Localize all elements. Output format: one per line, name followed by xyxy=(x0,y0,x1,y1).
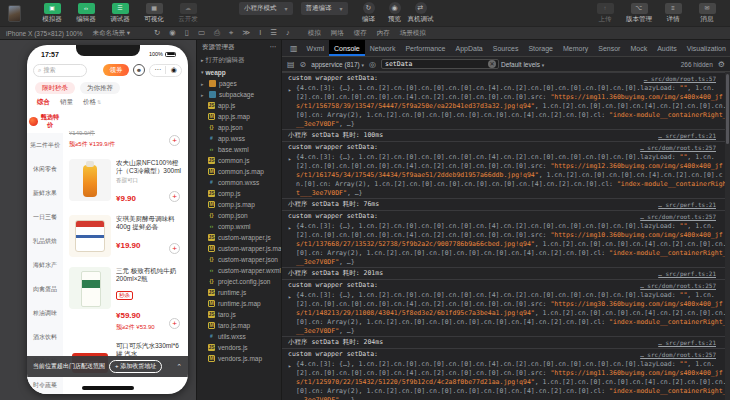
expand-caret-icon[interactable]: ▸ xyxy=(288,154,292,163)
file-tree-item[interactable]: Mvendors.js.map xyxy=(197,353,281,364)
coupon-button[interactable]: 领券 xyxy=(103,64,129,76)
mode-select[interactable]: 小程序模式 ▾ xyxy=(239,2,293,15)
tab-network[interactable]: Network xyxy=(365,40,401,56)
expand-caret-icon[interactable]: ▸ xyxy=(288,361,292,370)
sort-option[interactable]: 综合 xyxy=(37,98,50,107)
tab-memory[interactable]: Memory xyxy=(558,40,593,56)
inspect-device-icon[interactable]: ▥ xyxy=(286,44,302,53)
log-object-preview[interactable]: ▸{4.cn.[3]: {…}, 1.cn.[2].cn.[0].cn.[0].… xyxy=(282,153,730,198)
add-to-cart-button[interactable]: + xyxy=(169,243,180,254)
search-input[interactable]: ⌕ 搜索 xyxy=(33,64,87,77)
console-log-entry[interactable]: custom wrapper setData:… src/dom/root.ts… xyxy=(282,141,730,210)
refresh-icon[interactable]: ↻ xyxy=(154,29,160,37)
log-object-preview[interactable]: ▸{4.cn.[3]: {…}, 1.cn.[2].cn.[0].cn.[0].… xyxy=(282,360,730,400)
console-settings-icon[interactable]: ⚙ xyxy=(718,60,725,69)
hidden-messages-count[interactable]: 266 hidden xyxy=(681,61,713,68)
js-context-select[interactable]: appservice (817) ▾ xyxy=(311,61,364,68)
toggle-cloud[interactable]: ☁云开发 xyxy=(173,3,203,24)
sort-option[interactable]: 价格⇅ xyxy=(83,98,101,107)
file-tree-item[interactable]: JSruntime.js xyxy=(197,287,281,298)
file-tree-item[interactable]: #common.wxss xyxy=(197,177,281,188)
console-log-entry[interactable]: custom wrapper setData:… src/dom/root.ts… xyxy=(282,210,730,279)
expand-caret-icon[interactable]: ▸ xyxy=(288,85,292,94)
file-tree-item[interactable]: ▸subpackage xyxy=(197,89,281,100)
tab-visualization[interactable]: Visualization xyxy=(682,40,730,56)
product-card[interactable]: 农夫山泉NFC100%橙汁（C3冷藏型）300ml香甜可口¥9.90+ xyxy=(69,154,182,210)
console-filter-input[interactable] xyxy=(381,59,499,69)
product-card[interactable]: 三元 极致有机纯牛奶 200ml×2瓶秒杀¥59.90预≥2件 ¥53.90+ xyxy=(69,262,182,337)
sort-option[interactable]: 销量 xyxy=(60,98,73,107)
file-tree-item[interactable]: Mcomp.js.map xyxy=(197,199,281,210)
log-source-link[interactable]: … src/dom/root.ts:257 xyxy=(640,143,716,152)
file-tree-item[interactable]: JSvendors.js xyxy=(197,342,281,353)
log-source-link[interactable]: … src/dom/root.ts:57 xyxy=(644,74,716,83)
promo-pill[interactable]: 限时秒杀 xyxy=(35,82,75,94)
category-item[interactable]: 新鲜水果 xyxy=(27,181,63,205)
landscape-icon[interactable]: ▭ xyxy=(198,29,205,37)
file-tree-item[interactable]: Mruntime.js.map xyxy=(197,298,281,309)
log-source-link[interactable]: … src/perf.ts:21 xyxy=(658,131,716,140)
toggle-debugger[interactable]: ☰调试器 xyxy=(105,3,135,24)
console-log-entry[interactable]: custom wrapper setData:… src/dom/root.ts… xyxy=(282,279,730,348)
tab-audits[interactable]: Audits xyxy=(652,40,681,56)
file-tree-item[interactable]: #utils.wxss xyxy=(197,331,281,342)
simulator-action[interactable]: 场景模拟 xyxy=(400,29,426,38)
tab-console[interactable]: Console xyxy=(329,40,365,56)
product-card[interactable]: ¥149.9/件预≥5件 ¥139.9/件+ xyxy=(69,113,182,154)
cursor-icon[interactable]: I xyxy=(259,29,261,37)
category-item[interactable]: 第二件半价 xyxy=(27,133,63,157)
customer-service-icon[interactable]: ☻ xyxy=(133,64,145,76)
category-item[interactable]: 乳品烘焙 xyxy=(27,229,63,253)
miniprogram-capsule[interactable]: ⋯ ◉ xyxy=(149,64,182,77)
log-source-link[interactable]: … src/dom/root.ts:257 xyxy=(640,212,716,221)
product-card[interactable]: 安琪美厨酵母调味料400g 提鲜必备¥19.90+ xyxy=(69,210,182,262)
scene-selector[interactable]: 未命名场景 ▾ xyxy=(92,29,130,38)
file-tree-item[interactable]: JStaro.js xyxy=(197,309,281,320)
tab-appdata[interactable]: AppData xyxy=(451,40,488,56)
audio-icon[interactable]: ♪ xyxy=(286,29,290,37)
add-to-cart-button[interactable]: + xyxy=(169,318,180,329)
forward-icon[interactable]: ≫ xyxy=(242,29,250,37)
list-icon[interactable]: ☰ xyxy=(270,29,277,37)
simulator-action[interactable]: 网络 xyxy=(331,29,344,38)
tab-storage[interactable]: Storage xyxy=(523,40,558,56)
file-tree-item[interactable]: Mapp.js.map xyxy=(197,111,281,122)
locate-icon[interactable]: ⌖ xyxy=(229,29,233,37)
project-root[interactable]: ▾ weapp xyxy=(197,66,281,78)
file-tree-item[interactable]: JScomp.js xyxy=(197,188,281,199)
log-source-link[interactable]: … src/perf.ts:21 xyxy=(658,269,716,278)
open-editors-section[interactable]: ▸ 打开的编辑器 xyxy=(197,54,281,66)
category-item[interactable]: 酒水饮料 xyxy=(27,325,63,349)
record-icon[interactable]: ◉ xyxy=(169,29,176,37)
tab-sources[interactable]: Sources xyxy=(488,40,524,56)
user-avatar[interactable] xyxy=(8,5,21,22)
category-item[interactable]: 海鲜水产 xyxy=(27,253,63,277)
portrait-icon[interactable]: ▯ xyxy=(185,29,189,37)
console-log-entry[interactable]: custom wrapper setData:… src/dom/root.ts… xyxy=(282,72,730,141)
category-item[interactable]: 粮油调味 xyxy=(27,301,63,325)
log-object-preview[interactable]: ▸{4.cn.[3]: {…}, 1.cn.[2].cn.[0].cn.[0].… xyxy=(282,222,730,267)
details-button[interactable]: ≡详情 xyxy=(658,3,688,24)
tab-performance[interactable]: Performance xyxy=(400,40,450,56)
file-tree-item[interactable]: ‹›custom-wrapper.wxml xyxy=(197,265,281,276)
file-tree-item[interactable]: ‹›base.wxml xyxy=(197,144,281,155)
promo-pill[interactable]: 为你推荐 xyxy=(80,82,120,94)
toggle-visualization[interactable]: ▦可视化 xyxy=(139,3,169,24)
message-button[interactable]: ✉消息 xyxy=(692,3,722,24)
console-scrollbar[interactable] xyxy=(725,72,730,400)
file-tree-item[interactable]: JScustom-wrapper.js xyxy=(197,232,281,243)
simulator-action[interactable]: 模拟 xyxy=(308,29,321,38)
compile-mode-select[interactable]: 普通编译 ▾ xyxy=(301,2,348,15)
add-address-button[interactable]: + 添加收货地址 xyxy=(109,360,162,373)
tab-sensor[interactable]: Sensor xyxy=(593,40,625,56)
device-selector[interactable]: iPhone X (375×812) 100% xyxy=(6,30,82,37)
expand-caret-icon[interactable]: ▸ xyxy=(288,223,292,232)
toggle-editor[interactable]: ‹›编辑器 xyxy=(71,3,101,24)
simulator-action[interactable]: 缓存 xyxy=(354,29,367,38)
log-source-link[interactable]: … src/dom/root.ts:257 xyxy=(640,350,716,359)
add-to-cart-button[interactable]: + xyxy=(169,135,180,146)
file-tree-item[interactable]: #app.wxss xyxy=(197,133,281,144)
preview-button[interactable]: ◉预览 xyxy=(384,2,406,24)
file-tree-item[interactable]: ▸pages xyxy=(197,78,281,89)
category-item[interactable]: 一日三餐 xyxy=(27,205,63,229)
